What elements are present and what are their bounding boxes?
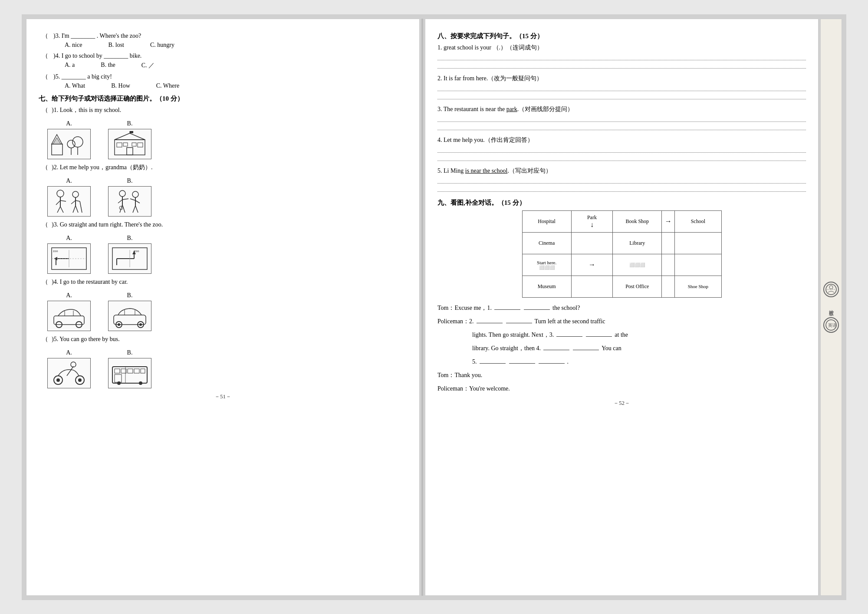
- choice-b-image: [108, 129, 151, 159]
- map-cell-shoeshop: Shoe Shop: [675, 276, 721, 297]
- choice-a-label: A.: [66, 177, 72, 184]
- bus-squares: ⬜⬜⬜: [615, 263, 660, 267]
- underline-text2: is near the school: [465, 167, 508, 174]
- q7-4-row: （ )4. I go to the restaurant by car.: [39, 278, 407, 286]
- map-cell-empty-3: [675, 232, 721, 254]
- blank-1a: [494, 309, 520, 310]
- choice-a-label: A.: [66, 120, 72, 127]
- option-c: C. Where: [156, 82, 179, 89]
- svg-point-16: [57, 190, 64, 197]
- svg-marker-2: [53, 138, 61, 144]
- choice-a-image: [47, 186, 91, 217]
- choice-b: B.: [108, 177, 151, 217]
- police-1-rest: Turn left at the second traffic: [535, 315, 605, 328]
- map-cell-arrow-right: →: [662, 210, 675, 232]
- svg-line-40: [135, 206, 138, 213]
- map-cell-empty-2: [662, 232, 675, 254]
- answer-line-3a: [437, 115, 806, 122]
- svg-rect-15: [132, 143, 136, 146]
- choice-b: B.: [108, 349, 151, 388]
- svg-rect-80: [141, 369, 145, 373]
- dialogue-line-police-1: Policeman：2. Turn left at the second tra…: [437, 315, 806, 328]
- police-label-1: Policeman：2.: [437, 315, 474, 328]
- map-cell-empty-6: [571, 276, 612, 297]
- q8-5-num: 5.: [437, 167, 442, 174]
- choice-b-image: zoo: [108, 243, 151, 274]
- choice-a-image: zoo: [47, 243, 91, 274]
- svg-point-22: [72, 191, 79, 197]
- choice-a-image: [47, 129, 91, 159]
- q8-2-text: 2. It is far from here.（改为一般疑问句）: [437, 75, 806, 82]
- svg-line-28: [80, 201, 82, 213]
- choice-a: A.: [47, 349, 91, 388]
- right-decoration: 沪教版 英语: [820, 19, 842, 596]
- section-7-header: 七、给下列句子或对话选择正确的图片。（10 分）: [39, 95, 407, 103]
- choice-b-label: B.: [127, 177, 133, 184]
- paren: （: [39, 335, 52, 343]
- blank-5a: [480, 363, 506, 364]
- blank-5c: [539, 363, 565, 364]
- map-cell-empty-1: [571, 232, 612, 254]
- svg-line-21: [60, 207, 63, 213]
- answer-line-4a: [437, 146, 806, 153]
- paren: （: [39, 221, 52, 229]
- q7-1-choices: A. B.: [47, 120, 407, 159]
- blank-2a: [477, 323, 503, 323]
- section-8: 八、按要求完成下列句子。（15 分） 1. great school is yo…: [437, 32, 806, 192]
- svg-rect-61: [114, 315, 146, 325]
- q7-3-text: )3. Go straight and turn right. There's …: [52, 221, 163, 228]
- police-3-rest: You can: [602, 342, 621, 355]
- map-cell-bookshop: Book Shop: [613, 210, 662, 232]
- answer-line-3b: [437, 123, 806, 130]
- answer-line-1b: [437, 62, 806, 69]
- svg-line-24: [71, 200, 76, 204]
- q8-2-num: 2.: [437, 75, 442, 82]
- answer-line-2b: [437, 92, 806, 99]
- q7-4-text: )4. I go to the restaurant by car.: [52, 279, 128, 286]
- section-8-q2: 2. It is far from here.（改为一般疑问句）: [437, 75, 806, 99]
- choice-b-label: B.: [127, 292, 133, 299]
- answer-line-1a: [437, 53, 806, 60]
- q8-1-num: 1.: [437, 44, 442, 51]
- answer-line-4b: [437, 154, 806, 161]
- svg-rect-78: [128, 369, 133, 373]
- section-8-q4: 4. Let me help you.（作出肯定回答）: [437, 136, 806, 161]
- blank-3b: [586, 336, 612, 337]
- svg-line-20: [57, 207, 60, 213]
- svg-point-82: [117, 381, 121, 385]
- map-cell-school: School: [675, 210, 721, 232]
- choice-a: A.: [47, 120, 91, 159]
- choice-a-label: A.: [66, 292, 72, 299]
- choice-b: B. zoo: [108, 235, 151, 274]
- q8-5-text: 5. Li Ming is near the school.（写出对应句）: [437, 167, 806, 175]
- choice-b-label: B.: [127, 235, 133, 242]
- svg-rect-56: [54, 316, 84, 325]
- section-9: 九、看图,补全对话。（15 分） Hospital Park ↓ Book Sh…: [437, 199, 806, 395]
- answer-line-2a: [437, 84, 806, 91]
- choice-b-label: B.: [127, 349, 133, 356]
- q6-4-text: )4. I go to school by ________ bike.: [53, 53, 407, 59]
- svg-rect-11: [138, 143, 143, 147]
- question-6-3: （ )3. I'm ________ . Where's the zoo?: [39, 32, 407, 40]
- svg-rect-14: [123, 143, 128, 146]
- start-bus-icon: ⬜⬜⬜: [524, 265, 569, 270]
- section-8-q3: 3. The restaurant is near the park.（对画线部…: [437, 105, 806, 130]
- q6-5-text: )5. ________ a big city!: [53, 73, 407, 80]
- paren-open: （: [39, 52, 52, 60]
- q7-5-choices: A. B.: [47, 349, 407, 388]
- blank-5b: [509, 363, 535, 364]
- svg-rect-75: [112, 367, 147, 383]
- q8-1-content: great school is your （.）（连词成句）: [444, 44, 543, 51]
- svg-point-73: [78, 378, 82, 382]
- tom-label-2: Tom：Thank you.: [437, 369, 482, 381]
- option-b: B. the: [101, 62, 115, 69]
- q7-2-choices: A.: [47, 177, 407, 217]
- q7-1-text: )1. Look，this is my school.: [52, 106, 121, 114]
- section-8-header: 八、按要求完成下列句子。（15 分）: [437, 32, 806, 40]
- paren: （: [39, 164, 52, 171]
- choice-b-label: B.: [127, 120, 133, 127]
- page-number-left: －51－: [39, 393, 407, 401]
- answer-line-5a: [437, 177, 806, 184]
- option-a: A. a: [65, 62, 75, 69]
- choice-a-label: A.: [66, 235, 72, 242]
